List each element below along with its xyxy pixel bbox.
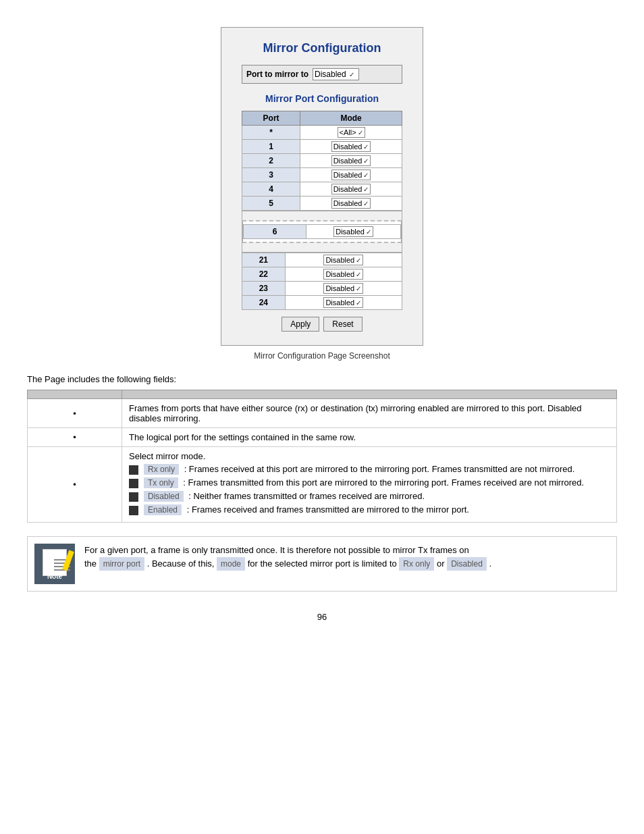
port-table-continued: 21 Disabled ✓ 22 Disabled ✓ xyxy=(242,253,402,310)
sub-bullet-icon xyxy=(129,492,138,502)
fields-col-header-2 xyxy=(122,390,617,399)
sub-bullet-icon xyxy=(129,506,138,515)
mode-select[interactable]: Disabled ✓ xyxy=(323,269,363,280)
mode-cell: <All> ✓ xyxy=(300,126,402,140)
torn-bottom xyxy=(242,242,402,253)
mode-cell: Disabled ✓ xyxy=(300,168,402,182)
torn-top xyxy=(242,211,402,221)
dropdown-arrow-icon: ✓ xyxy=(366,228,371,236)
fields-col1-bullet: • xyxy=(28,399,122,428)
mode-select[interactable]: Disabled ✓ xyxy=(323,283,363,294)
port-cell: 5 xyxy=(242,197,300,211)
select-mirror-mode-text: Select mirror mode. xyxy=(129,451,610,461)
mode-select[interactable]: Disabled ✓ xyxy=(331,155,371,166)
dropdown-arrow-icon: ✓ xyxy=(358,129,363,136)
screenshot-caption: Mirror Configuration Page Screenshot xyxy=(254,351,390,361)
note-section: Note For a given port, a frame is only t… xyxy=(27,536,617,592)
note-line-1: For a given port, a frame is only transm… xyxy=(84,544,491,557)
mode-cell: Disabled ✓ xyxy=(300,182,402,197)
port-to-mirror-row: Port to mirror to Disabled ✓ xyxy=(242,65,402,84)
port-cell: 3 xyxy=(242,168,300,182)
dropdown-arrow-icon: ✓ xyxy=(356,299,361,307)
port-cell: * xyxy=(242,126,300,140)
fields-row-3: • Select mirror mode. Rx only : Frames r… xyxy=(28,447,617,523)
col-header-mode: Mode xyxy=(300,111,402,126)
col-header-port: Port xyxy=(242,111,300,126)
table-row: 1 Disabled ✓ xyxy=(242,140,402,154)
screenshot-container: Mirror Configuration Port to mirror to D… xyxy=(27,27,617,361)
table-row: 24 Disabled ✓ xyxy=(242,296,402,310)
mode-select[interactable]: Disabled ✓ xyxy=(331,170,371,180)
note-text: For a given port, a frame is only transm… xyxy=(84,544,491,571)
dropdown-arrow-icon: ✓ xyxy=(356,271,361,278)
gap-table: 6 Disabled ✓ xyxy=(243,224,401,239)
dropdown-arrow-icon: ✓ xyxy=(356,257,361,264)
port-cell: 6 xyxy=(244,225,306,239)
fields-row-2: • The logical port for the settings cont… xyxy=(28,428,617,447)
note-line-2: the mirror port . Because of this, mode … xyxy=(84,557,491,571)
mode-cell: Disabled ✓ xyxy=(300,140,402,154)
disabled-inline-label: Disabled xyxy=(447,557,487,571)
mode-inline-label: mode xyxy=(217,557,245,571)
gap-content: 6 Disabled ✓ xyxy=(242,221,402,242)
mode-select[interactable]: <All> ✓ xyxy=(338,127,365,138)
mode-cell: Disabled ✓ xyxy=(306,225,401,239)
mirror-port-inline-label: mirror port xyxy=(99,557,144,571)
mode-cell: Disabled ✓ xyxy=(285,267,402,282)
mode-cell: Disabled ✓ xyxy=(285,253,402,267)
rx-only-inline-label: Rx only xyxy=(399,557,434,571)
buttons-row: Apply Reset xyxy=(242,317,402,332)
dropdown-arrow-icon: ✓ xyxy=(356,285,361,292)
mode-select[interactable]: Disabled ✓ xyxy=(323,297,363,308)
port-to-mirror-select[interactable]: Disabled ✓ xyxy=(313,68,359,80)
mode-select[interactable]: Disabled ✓ xyxy=(331,141,371,152)
port-cell: 21 xyxy=(242,253,286,267)
mode-cell: Disabled ✓ xyxy=(285,296,402,310)
port-to-mirror-label: Port to mirror to xyxy=(246,70,308,79)
note-paper xyxy=(43,549,67,576)
mode-cell: Disabled ✓ xyxy=(285,282,402,296)
port-cell: 1 xyxy=(242,140,300,154)
sub-item-disabled: Disabled : Neither frames transmitted or… xyxy=(129,491,610,502)
port-cell: 23 xyxy=(242,282,286,296)
table-row: 4 Disabled ✓ xyxy=(242,182,402,197)
fields-col1-bullet: • xyxy=(28,428,122,447)
fields-col2-complex: Select mirror mode. Rx only : Frames rec… xyxy=(122,447,617,523)
fields-col-header-1 xyxy=(28,390,122,399)
dropdown-arrow-icon: ✓ xyxy=(349,71,354,78)
fields-col2-text-2: The logical port for the settings contai… xyxy=(122,428,617,447)
table-row: 6 Disabled ✓ xyxy=(244,225,401,239)
mirror-config-title: Mirror Configuration xyxy=(242,41,402,55)
dropdown-arrow-icon: ✓ xyxy=(363,200,369,207)
table-row: 21 Disabled ✓ xyxy=(242,253,402,267)
dropdown-arrow-icon: ✓ xyxy=(363,186,369,193)
table-row: 3 Disabled ✓ xyxy=(242,168,402,182)
mode-cell: Disabled ✓ xyxy=(300,197,402,211)
mode-select[interactable]: Disabled ✓ xyxy=(331,198,371,209)
note-label: Note xyxy=(47,573,62,580)
mode-select[interactable]: Disabled ✓ xyxy=(331,184,371,194)
table-row: * <All> ✓ xyxy=(242,126,402,140)
port-cell: 22 xyxy=(242,267,286,282)
mirror-config-box: Mirror Configuration Port to mirror to D… xyxy=(221,27,423,346)
dropdown-arrow-icon: ✓ xyxy=(363,157,369,165)
mode-cell: Disabled ✓ xyxy=(300,154,402,168)
tx-only-label: Tx only xyxy=(144,477,178,488)
port-cell: 4 xyxy=(242,182,300,197)
note-icon: Note xyxy=(34,544,75,584)
port-cell: 2 xyxy=(242,154,300,168)
enabled-label: Enabled xyxy=(144,504,182,515)
fields-row-1: • Frames from ports that have either sou… xyxy=(28,399,617,428)
torn-paper-gap: 6 Disabled ✓ xyxy=(242,211,402,253)
page-number: 96 xyxy=(27,612,617,622)
apply-button[interactable]: Apply xyxy=(281,317,319,332)
reset-button[interactable]: Reset xyxy=(323,317,362,332)
sub-item-rx: Rx only : Frames received at this port a… xyxy=(129,464,610,475)
rx-only-label: Rx only xyxy=(144,464,179,475)
mode-select[interactable]: Disabled ✓ xyxy=(333,226,373,237)
table-row: 23 Disabled ✓ xyxy=(242,282,402,296)
port-cell: 24 xyxy=(242,296,286,310)
port-table: Port Mode * <All> ✓ 1 xyxy=(242,111,402,211)
sub-bullet-icon xyxy=(129,465,138,475)
mode-select[interactable]: Disabled ✓ xyxy=(323,255,363,265)
